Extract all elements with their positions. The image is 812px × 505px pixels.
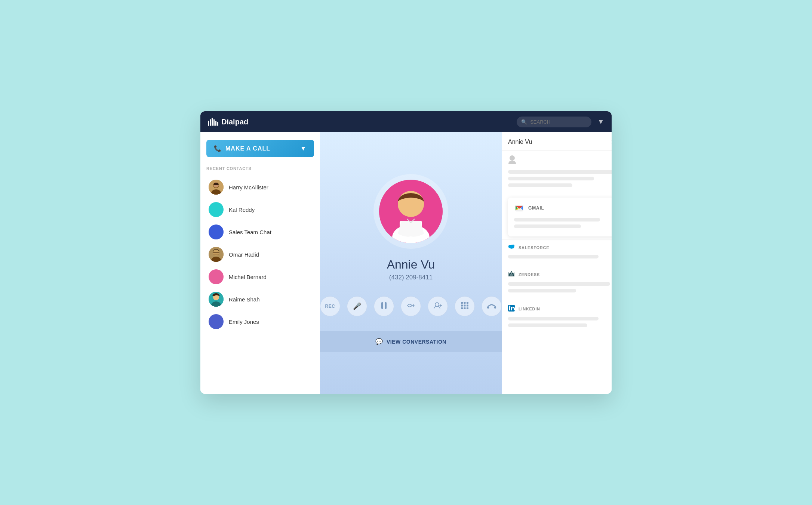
contact-name: Kal Reddy [229, 207, 255, 213]
list-item[interactable]: Raime Shah [206, 288, 314, 310]
app-window: Dialpad 🔍 ▼ 📞 MAKE A CALL ▼ RECENT CONTA… [200, 111, 612, 394]
svg-rect-39 [494, 306, 496, 309]
contact-list: Harry McAllister Kal Reddy Sales Team Ch… [206, 176, 314, 333]
svg-rect-43 [509, 307, 510, 310]
right-panel: Annie Vu × [502, 132, 612, 394]
svg-rect-1 [210, 119, 211, 126]
contact-name: Raime Shah [229, 296, 260, 303]
skeleton-line [508, 177, 594, 180]
pause-icon [381, 302, 387, 311]
svg-rect-33 [464, 304, 466, 306]
add-person-icon [433, 302, 442, 311]
make-call-label: MAKE A CALL [225, 145, 270, 152]
contact-name: Sales Team Chat [229, 229, 271, 235]
svg-rect-31 [467, 302, 468, 304]
contact-name: Emily Jones [229, 319, 259, 325]
left-sidebar: 📞 MAKE A CALL ▼ RECENT CONTACTS [200, 132, 320, 394]
svg-rect-5 [217, 122, 218, 126]
skeleton-line [514, 218, 600, 221]
gmail-header: GMAIL [514, 203, 609, 213]
contact-name: Omar Hadid [229, 251, 259, 258]
svg-rect-32 [461, 304, 463, 306]
svg-rect-36 [464, 307, 466, 309]
hold-button[interactable] [374, 296, 394, 316]
list-item[interactable]: Emily Jones [206, 310, 314, 333]
skeleton-line [508, 170, 612, 174]
svg-point-41 [508, 161, 516, 164]
svg-rect-38 [487, 306, 489, 309]
call-area: Annie Vu (432) 209-8411 REC 🎤 [320, 132, 502, 394]
hangup-button[interactable] [482, 296, 502, 316]
list-item[interactable]: Kal Reddy [206, 198, 314, 221]
main-body: 📞 MAKE A CALL ▼ RECENT CONTACTS [200, 132, 612, 394]
caller-phone: (432) 209-8411 [389, 274, 433, 281]
svg-rect-35 [461, 307, 463, 309]
caller-name: Annie Vu [387, 258, 435, 272]
view-conversation-label: VIEW CONVERSATION [387, 339, 446, 345]
nav-dropdown-icon[interactable]: ▼ [597, 118, 604, 126]
linkedin-logo [508, 305, 515, 313]
svg-rect-30 [464, 302, 466, 304]
close-button[interactable]: × [611, 138, 612, 146]
view-conversation-bar[interactable]: 💬 VIEW CONVERSATION [320, 331, 502, 352]
transfer-button[interactable] [401, 296, 421, 316]
transfer-icon [407, 302, 415, 311]
svg-rect-14 [213, 254, 219, 255]
make-call-dropdown-icon: ▼ [300, 145, 307, 152]
skeleton-line [508, 183, 572, 187]
person-icon [508, 155, 612, 166]
avatar [209, 292, 224, 307]
svg-rect-3 [213, 119, 215, 126]
avatar [209, 224, 224, 239]
app-name: Dialpad [221, 118, 248, 126]
contact-name: Michel Bernard [229, 274, 267, 280]
contact-info-section [502, 151, 612, 195]
svg-rect-34 [467, 304, 468, 306]
salesforce-section: SALESFORCE [502, 239, 612, 266]
svg-rect-37 [467, 307, 468, 309]
svg-point-44 [509, 306, 511, 307]
right-panel-header: Annie Vu × [502, 132, 612, 151]
list-item[interactable]: Harry McAllister [206, 176, 314, 198]
svg-rect-29 [461, 302, 463, 304]
list-item[interactable]: Michel Bernard [206, 266, 314, 288]
svg-rect-25 [385, 302, 387, 309]
zendesk-logo [508, 271, 515, 278]
mic-icon: 🎤 [353, 302, 361, 310]
salesforce-header: SALESFORCE [508, 244, 612, 251]
avatar-ring-outer [373, 174, 448, 249]
add-person-button[interactable] [428, 296, 448, 316]
avatar [209, 314, 224, 329]
svg-rect-0 [208, 121, 209, 126]
skeleton-line [508, 255, 599, 258]
avatar [209, 180, 224, 195]
skeleton-line [508, 289, 576, 292]
top-nav: Dialpad 🔍 ▼ [200, 111, 612, 132]
conversation-icon: 💬 [375, 338, 383, 345]
zendesk-label: ZENDESK [519, 272, 540, 277]
list-item[interactable]: Omar Hadid [206, 243, 314, 266]
keypad-icon [461, 302, 468, 311]
phone-icon: 📞 [214, 145, 222, 152]
caller-avatar [379, 180, 443, 243]
dialpad-logo-icon [208, 118, 218, 126]
call-controls: REC 🎤 [320, 296, 502, 316]
gmail-integration-card: GMAIL [508, 198, 612, 236]
keypad-button[interactable] [455, 296, 475, 316]
mute-button[interactable]: 🎤 [347, 296, 367, 316]
svg-point-40 [510, 155, 515, 161]
svg-point-26 [435, 303, 439, 306]
contact-name: Harry McAllister [229, 184, 268, 190]
record-button[interactable]: REC [320, 296, 340, 316]
recent-contacts-label: RECENT CONTACTS [206, 166, 314, 171]
list-item[interactable]: Sales Team Chat [206, 221, 314, 243]
make-call-button[interactable]: 📞 MAKE A CALL ▼ [206, 140, 314, 157]
skeleton-line [508, 317, 599, 320]
skeleton-line [508, 282, 610, 286]
gmail-logo [514, 203, 525, 213]
avatar [209, 202, 224, 217]
salesforce-logo [508, 244, 515, 251]
linkedin-section: LINKEDIN [502, 300, 612, 335]
search-input[interactable] [517, 117, 591, 127]
record-label: REC [325, 304, 335, 309]
